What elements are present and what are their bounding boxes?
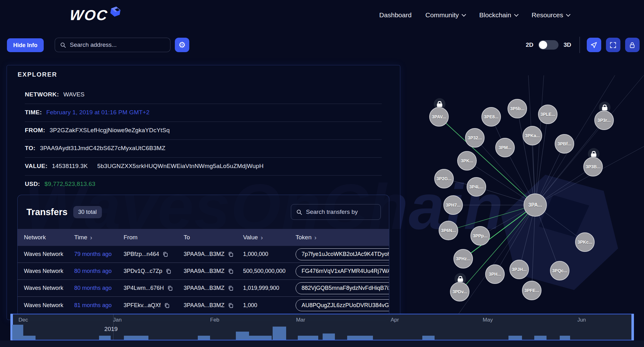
brush-handle-right[interactable] [631, 314, 634, 340]
node-label: 3PPp... [473, 233, 488, 238]
copy-icon[interactable] [162, 251, 168, 257]
nav-item-blockchain[interactable]: Blockchain [479, 11, 518, 19]
cell-network: Waves Network [24, 285, 74, 291]
lock-view-button[interactable] [625, 38, 640, 52]
graph-node[interactable]: 3PJH... [509, 260, 529, 279]
field-label: TIME: [25, 109, 42, 116]
node-label: 3PAV... [432, 114, 446, 119]
copy-icon[interactable] [228, 285, 234, 291]
graph-node[interactable]: 3P5b... [508, 99, 527, 118]
column-header-value[interactable]: Value› [243, 234, 296, 241]
graph-node[interactable]: 3PHz... [453, 249, 473, 268]
column-header-time[interactable]: Time› [74, 234, 124, 241]
padlock-icon [458, 279, 463, 282]
table-row[interactable]: Waves Network81 months ago3PFEkv...aQXf3… [18, 297, 389, 314]
cursor-icon [590, 41, 598, 49]
column-label: To [184, 234, 190, 241]
graph-node[interactable]: 3PKc... [575, 232, 595, 252]
label-2d: 2D [526, 41, 533, 48]
to-address: 3PAA9A...B3MZ [184, 251, 225, 258]
graph-node[interactable]: 3P3r... [594, 111, 614, 130]
timeline-month-label: Jun [577, 317, 586, 323]
nav-item-dashboard[interactable]: Dashboard [379, 11, 412, 19]
bottom-strip [0, 340, 644, 347]
field-value-secondary: 5b3UGNZXX5srkHUQWnEWEiaVtnNWmg5aLo5uZMdj… [97, 163, 264, 170]
settings-button[interactable]: ⚙ [175, 38, 189, 52]
pointer-tool-button[interactable] [587, 38, 601, 52]
graph-node[interactable]: 3P6N... [439, 221, 458, 240]
woc-logo[interactable]: WOC [70, 8, 122, 22]
chevron-down-icon [462, 12, 466, 16]
graph-node[interactable]: 3P2G... [434, 169, 454, 188]
graph-node[interactable]: 3PDv... [450, 282, 469, 301]
graph-node[interactable]: 3PBf... [555, 134, 574, 154]
field-value: WAVES [63, 91, 85, 98]
sort-chevron-icon[interactable]: › [261, 234, 263, 241]
table-row[interactable]: Waves Network80 months ago3PDv1Q...c7Zp3… [18, 263, 389, 280]
node-label: 3P4L... [469, 184, 483, 189]
toggle-knob[interactable] [539, 41, 547, 49]
node-label: 3PLE... [541, 112, 555, 117]
node-label: 3PA... [528, 202, 542, 208]
token-pill[interactable]: AU8PQugZJL6zzPUoDVRU384vGdfakC [296, 299, 389, 311]
fullscreen-button[interactable] [606, 38, 620, 52]
node-label: 3P6N... [441, 228, 456, 233]
search-icon [296, 209, 302, 215]
address-search-input[interactable] [70, 41, 165, 48]
copy-icon[interactable] [164, 302, 170, 308]
cell-time-link[interactable]: 81 months ago [74, 302, 124, 309]
address-search[interactable] [55, 38, 170, 52]
table-row[interactable]: Waves Network80 months ago3P4Lwm...676H3… [18, 280, 389, 297]
chevron-down-icon [566, 12, 570, 16]
graph-node[interactable]: 3PQc... [550, 261, 569, 280]
graph-node[interactable]: 3PAV... [429, 107, 449, 127]
cell-from: 3P4Lwm...676H [124, 285, 184, 291]
graph-node[interactable]: 3P4L... [467, 177, 486, 197]
cell-time-link[interactable]: 79 months ago [74, 251, 124, 258]
cell-value: 1,019,999,900 [243, 285, 296, 291]
copy-icon[interactable] [167, 285, 173, 291]
hide-info-button[interactable]: Hide Info [7, 38, 44, 52]
graph-node[interactable]: 3PKa... [523, 126, 542, 145]
field-label: TO: [25, 145, 36, 152]
column-label: Network [24, 234, 46, 241]
transfers-search-input[interactable] [306, 209, 375, 215]
graph-node[interactable]: 3PH7... [443, 195, 463, 215]
graph-node[interactable]: 3PK... [457, 151, 477, 171]
token-pill[interactable]: 7p7fye1uJcoWKB2otJAc9K4TDyohXr [296, 248, 389, 260]
cell-token: 7p7fye1uJcoWKB2otJAc9K4TDyohXr [296, 248, 389, 260]
copy-icon[interactable] [228, 268, 234, 274]
2d-3d-toggle[interactable] [538, 40, 558, 50]
sort-chevron-icon[interactable]: › [314, 234, 317, 241]
field-value: 14538119.3K [52, 163, 88, 170]
graph-node[interactable]: 3PPp... [470, 226, 490, 246]
nav-item-resources[interactable]: Resources [532, 11, 570, 19]
graph-node[interactable]: 3PLE... [538, 105, 558, 124]
timeline-month-label: Mar [296, 317, 305, 323]
token-pill[interactable]: 882VjGQB5mnaF8ydzNvFdHiqB7i2Bej [296, 282, 389, 294]
sort-chevron-icon[interactable]: › [90, 234, 92, 241]
graph-node[interactable]: 3PFE... [522, 281, 541, 300]
search-icon [60, 42, 66, 48]
copy-icon[interactable] [228, 251, 234, 257]
graph-node[interactable]: 3PE8... [481, 107, 501, 127]
network-graph[interactable]: 3PAV...3PE8...3P5b...3PLE...3P3r...3P32.… [402, 75, 644, 314]
field-value: $9,772,523,813.63 [44, 181, 95, 187]
table-row[interactable]: Waves Network79 months ago3PBfzp...n4643… [18, 246, 389, 263]
column-header-token[interactable]: Token› [296, 234, 389, 241]
timeline-brush-panel[interactable]: DecJanFebMarAprMayJun2019 [10, 314, 634, 340]
graph-node-hub[interactable]: 3PA... [524, 193, 547, 217]
cell-time-link[interactable]: 80 months ago [74, 285, 124, 291]
node-label: 3PJH... [512, 267, 527, 272]
copy-icon[interactable] [165, 268, 171, 274]
cell-time-link[interactable]: 80 months ago [74, 268, 124, 274]
graph-node[interactable]: 3P3B... [583, 157, 603, 176]
graph-node[interactable]: 3PH... [485, 264, 505, 284]
copy-icon[interactable] [228, 302, 234, 308]
token-pill[interactable]: FG476mVqV1xAFYMR4Uu4Rj7WA27V [296, 265, 389, 277]
graph-node[interactable]: 3PM... [495, 138, 515, 157]
nav-item-community[interactable]: Community [425, 11, 465, 19]
transfers-search[interactable] [291, 204, 381, 220]
graph-node[interactable]: 3P32... [465, 128, 485, 148]
histogram-bar [12, 325, 23, 340]
